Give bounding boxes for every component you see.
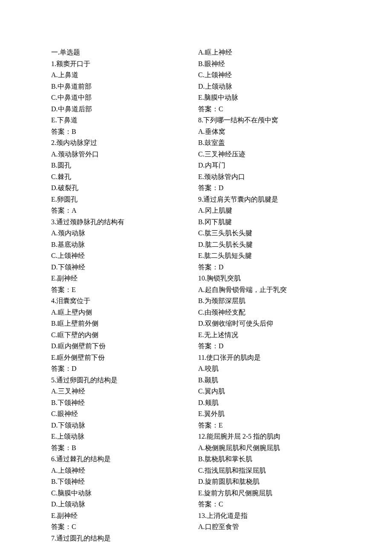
- left-line: B.眶上壁前外侧: [51, 318, 194, 330]
- left-line: C.上颌神经: [51, 250, 194, 262]
- right-line: D.颊肌: [198, 397, 341, 409]
- left-line: 5.通过卵圆孔的结构是: [51, 375, 194, 386]
- left-line: E.下鼻道: [51, 115, 194, 126]
- right-line: A.起自胸骨锁骨端，止于乳突: [198, 284, 341, 296]
- left-line: 答案：E: [51, 284, 194, 296]
- left-line: B.下颌神经: [51, 476, 194, 488]
- right-line: C.指浅屈肌和指深屈肌: [198, 465, 341, 477]
- left-line: D.中鼻道后部: [51, 104, 194, 115]
- left-line: 7.通过圆孔的结构是: [51, 533, 194, 544]
- right-line: 11.使口张开的肌肉是: [198, 352, 341, 364]
- left-line: 答案：D: [51, 363, 194, 375]
- left-line: E.副神经: [51, 273, 194, 284]
- left-line: B.圆孔: [51, 160, 194, 171]
- left-line: C.脑膜中动脉: [51, 488, 194, 499]
- right-line: 答案：D: [198, 262, 341, 273]
- left-line: 4.泪囊窝位于: [51, 295, 194, 307]
- left-line: A.眶上壁内侧: [51, 307, 194, 318]
- left-line: A.颈内动脉: [51, 228, 194, 239]
- right-line: A.冈上肌腱: [198, 205, 341, 217]
- left-line: D.下颌神经: [51, 262, 194, 273]
- right-line: B.肱桡肌和掌长肌: [198, 454, 341, 465]
- right-line: C.三叉神经压迹: [198, 149, 341, 160]
- right-line: E.翼外肌: [198, 408, 341, 420]
- right-line: C.肱三头肌长头腱: [198, 228, 341, 239]
- left-line: B.基底动脉: [51, 239, 194, 251]
- right-column: A.眶上神经B.眼神经C.上颌神经D.上颌动脉E.脑膜中动脉答案：C8.下列哪一…: [198, 47, 341, 544]
- left-line: C.棘孔: [51, 171, 194, 183]
- left-line: D.眶内侧壁前下份: [51, 341, 194, 352]
- right-line: 答案：D: [198, 182, 341, 194]
- right-line: E.无上述情况: [198, 330, 341, 341]
- right-line: E.肱二头肌短头腱: [198, 250, 341, 262]
- right-line: B.颞肌: [198, 375, 341, 386]
- left-line: E.上颌动脉: [51, 431, 194, 442]
- right-line: 答案：E: [198, 420, 341, 431]
- right-line: B.鼓室盖: [198, 137, 341, 149]
- right-line: 12.能屈腕并屈 2-5 指的肌肉: [198, 431, 341, 442]
- left-line: D.下颌动脉: [51, 420, 194, 431]
- left-line: 6.通过棘孔的结构是: [51, 454, 194, 465]
- right-line: A.口腔至食管: [198, 521, 341, 533]
- right-line: C.上颌神经: [198, 69, 341, 81]
- left-line: E.副神经: [51, 510, 194, 522]
- right-line: 答案：C: [198, 499, 341, 510]
- left-line: 答案：B: [51, 442, 194, 454]
- left-line: 2.颈内动脉穿过: [51, 137, 194, 149]
- left-line: C.眼神经: [51, 408, 194, 420]
- right-line: 答案：C: [198, 104, 341, 115]
- left-line: C.中鼻道中部: [51, 92, 194, 104]
- right-line: C.由颈神经支配: [198, 307, 341, 318]
- right-line: A.眶上神经: [198, 47, 341, 58]
- left-line: B.中鼻道前部: [51, 81, 194, 92]
- left-line: A.三叉神经: [51, 386, 194, 397]
- left-line: C.眶下壁的内侧: [51, 330, 194, 341]
- right-line: E.脑膜中动脉: [198, 92, 341, 104]
- left-line: 答案：C: [51, 521, 194, 533]
- right-line: D.旋前圆肌和肱桡肌: [198, 476, 341, 488]
- right-line: 答案：D: [198, 341, 341, 352]
- left-line: 答案：A: [51, 205, 194, 217]
- right-line: D.内耳门: [198, 160, 341, 171]
- right-line: A.咬肌: [198, 363, 341, 375]
- left-line: A.颈动脉管外口: [51, 149, 194, 160]
- left-column: 一.单选题1.额窦开口于A.上鼻道B.中鼻道前部C.中鼻道中部D.中鼻道后部E.…: [51, 47, 194, 544]
- right-line: 9.通过肩关节囊内的肌腱是: [198, 194, 341, 205]
- right-line: E.旋前方肌和尺侧腕屈肌: [198, 488, 341, 499]
- left-line: D.破裂孔: [51, 182, 194, 194]
- right-line: C.翼内肌: [198, 386, 341, 397]
- left-line: D.上颌动脉: [51, 499, 194, 510]
- right-line: 8.下列哪一结构不在颅中窝: [198, 115, 341, 126]
- right-line: B.冈下肌腱: [198, 217, 341, 228]
- right-line: 10.胸锁乳突肌: [198, 273, 341, 284]
- right-line: B.为颈部深层肌: [198, 295, 341, 307]
- right-line: D.双侧收缩时可使头后仰: [198, 318, 341, 330]
- right-line: B.眼神经: [198, 58, 341, 70]
- right-line: A.垂体窝: [198, 126, 341, 138]
- left-line: 1.额窦开口于: [51, 58, 194, 70]
- left-line: B.下颌神经: [51, 397, 194, 409]
- left-line: E.卵圆孔: [51, 194, 194, 205]
- left-line: 答案：B: [51, 126, 194, 138]
- left-line: A.上鼻道: [51, 69, 194, 81]
- left-line: E.眶外侧壁前下份: [51, 352, 194, 364]
- right-line: E.颈动脉管内口: [198, 171, 341, 183]
- page-content: 一.单选题1.额窦开口于A.上鼻道B.中鼻道前部C.中鼻道中部D.中鼻道后部E.…: [0, 0, 392, 555]
- right-line: D.肱二头肌长头腱: [198, 239, 341, 251]
- left-line: 3.通过颈静脉孔的结构有: [51, 217, 194, 228]
- right-line: D.上颌动脉: [198, 81, 341, 92]
- left-line: A.上颌神经: [51, 465, 194, 477]
- right-line: 13.上消化道是指: [198, 510, 341, 522]
- left-line: 一.单选题: [51, 47, 194, 58]
- right-line: A.桡侧腕屈肌和尺侧腕屈肌: [198, 442, 341, 454]
